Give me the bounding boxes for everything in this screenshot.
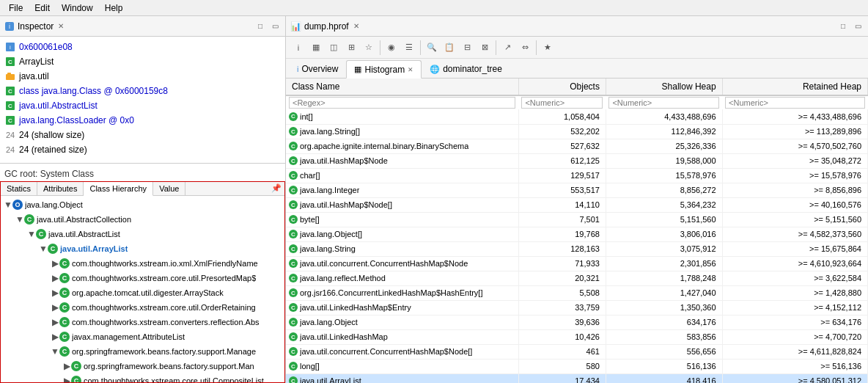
tree-abstractcollection[interactable]: ▼ C java.util.AbstractCollection xyxy=(1,212,284,227)
col-retained-heap[interactable]: Retained Heap xyxy=(722,79,867,95)
arrow-child-2[interactable]: ▶ xyxy=(51,288,59,298)
tb-close-btn2[interactable]: ⊠ xyxy=(477,40,493,56)
table-row[interactable]: Cjava.lang.String[]532,202112,846,392>= … xyxy=(286,124,868,139)
tree-arraylist[interactable]: ▼ C java.util.ArrayList xyxy=(1,241,284,256)
arrow-object[interactable]: ▼ xyxy=(4,200,12,210)
tb-bookmark-btn[interactable]: ★ xyxy=(540,40,556,56)
inspector-row-retained[interactable]: 24 24 (retained size) xyxy=(0,142,285,157)
filter-objects[interactable] xyxy=(518,95,606,109)
tab-dominator[interactable]: 🌐 dominator_tree xyxy=(422,60,510,78)
inspector-row-package[interactable]: java.util xyxy=(0,69,285,84)
tree-abstractlist[interactable]: ▼ C java.util.AbstractList xyxy=(1,227,284,241)
arrow-spring-1[interactable]: ▶ xyxy=(62,361,71,371)
tree-child-5[interactable]: ▶ C javax.management.AttributeList xyxy=(1,329,284,344)
tree-spring-1[interactable]: ▶ C org.springframework.beans.factory.su… xyxy=(1,359,284,373)
arrow-child-5[interactable]: ▶ xyxy=(51,332,59,342)
minimize-icon[interactable]: □ xyxy=(254,21,266,32)
table-row[interactable]: Cbyte[]7,5015,151,560>= 5,151,560 xyxy=(286,212,868,227)
table-row[interactable]: Cjava.lang.reflect.Method20,3211,788,248… xyxy=(286,271,868,285)
tb-copy-btn[interactable]: 📋 xyxy=(441,40,457,56)
tab-overview[interactable]: i Overview xyxy=(289,60,346,78)
tab-class-hierarchy[interactable]: Class Hierarchy xyxy=(84,182,153,196)
filter-objects-input[interactable] xyxy=(521,97,603,109)
tb-search-btn[interactable]: 🔍 xyxy=(424,40,440,56)
inspector-row-address[interactable]: i 0x600061e08 xyxy=(0,40,285,54)
filter-shallow[interactable] xyxy=(606,95,722,109)
inspector-row-classloader[interactable]: C java.lang.ClassLoader @ 0x0 xyxy=(0,113,285,128)
right-minimize-icon[interactable]: □ xyxy=(837,21,849,32)
tb-minus-btn[interactable]: ⊟ xyxy=(459,40,475,56)
tb-oql-btn[interactable]: ◉ xyxy=(383,40,400,56)
filter-retained[interactable] xyxy=(722,95,867,109)
maximize-icon[interactable]: ▭ xyxy=(269,21,281,32)
menu-file[interactable]: File xyxy=(3,1,29,15)
tree-child-2[interactable]: ▶ C org.apache.tomcat.util.digester.Arra… xyxy=(1,285,284,300)
tab-value[interactable]: Value xyxy=(153,182,185,195)
tb-compare-btn[interactable]: ⇔ xyxy=(517,40,533,56)
tree-spring-0[interactable]: ▼ C org.springframework.beans.factory.su… xyxy=(1,344,284,359)
tb-histogram-btn[interactable]: ▦ xyxy=(308,40,324,56)
tree-object[interactable]: ▼ O java.lang.Object xyxy=(1,197,284,212)
menu-help[interactable]: Help xyxy=(99,1,129,15)
col-objects[interactable]: Objects xyxy=(518,79,606,95)
table-row[interactable]: Cjava.lang.String128,1633,075,912>= 15,6… xyxy=(286,241,868,256)
tb-info-btn[interactable]: i xyxy=(290,40,306,56)
arrow-child-1[interactable]: ▶ xyxy=(51,273,59,283)
arrow-spring-0[interactable]: ▼ xyxy=(51,346,59,357)
arrow-child-0[interactable]: ▶ xyxy=(51,258,59,269)
arrow-child-4[interactable]: ▶ xyxy=(51,317,59,327)
inspector-row-shallow[interactable]: 24 24 (shallow size) xyxy=(0,128,285,142)
row-retained: >= 4,580,051,312 xyxy=(722,373,867,383)
menu-edit[interactable]: Edit xyxy=(29,1,56,15)
table-row[interactable]: Clong[]580516,136>= 516,136 xyxy=(286,359,868,373)
table-row[interactable]: Cjava.util.LinkedHashMap$Entry33,7591,35… xyxy=(286,300,868,315)
table-row[interactable]: Cjava.util.HashMap$Node612,12519,588,000… xyxy=(286,153,868,168)
filter-class-input[interactable] xyxy=(289,97,515,109)
table-row[interactable]: Cjava.lang.Object[]19,7683,806,016>= 4,5… xyxy=(286,227,868,241)
tb-list-btn[interactable]: ☰ xyxy=(401,40,417,56)
tab-histogram[interactable]: ▦ Histogram ✕ xyxy=(346,60,422,79)
right-close-icon[interactable]: ✕ xyxy=(353,22,359,30)
inspector-row-abstractlist[interactable]: C java.util.AbstractList xyxy=(0,98,285,113)
table-container[interactable]: Class Name Objects Shallow Heap Retained… xyxy=(286,79,868,383)
filter-class[interactable] xyxy=(286,95,518,109)
table-row[interactable]: Cjava.util.ArrayList17,434418,416>= 4,58… xyxy=(286,373,868,383)
tab-attributes[interactable]: Attributes xyxy=(37,182,84,195)
arrow-spring-2[interactable]: ▶ xyxy=(62,376,71,382)
table-row[interactable]: Cjava.util.concurrent.ConcurrentHashMap$… xyxy=(286,344,868,359)
arrow-abstractlist[interactable]: ▼ xyxy=(27,229,36,239)
close-icon[interactable]: ✕ xyxy=(58,22,64,30)
menu-window[interactable]: Window xyxy=(56,1,99,15)
arrow-arraylist[interactable]: ▼ xyxy=(39,244,48,254)
table-row[interactable]: Corg.jsr166.ConcurrentLinkedHashMap$Hash… xyxy=(286,285,868,300)
tree-child-1[interactable]: ▶ C com.thoughtworks.xstream.core.util.P… xyxy=(1,271,284,285)
table-row[interactable]: Cjava.util.HashMap$Node[]14,1105,364,232… xyxy=(286,197,868,212)
table-row[interactable]: Cjava.util.LinkedHashMap10,426583,856>= … xyxy=(286,329,868,344)
tree-spring-2[interactable]: ▶ C com.thoughtworks.xstream.core.util.C… xyxy=(1,373,284,382)
table-row[interactable]: Corg.apache.ignite.internal.binary.Binar… xyxy=(286,139,868,153)
tree-child-0[interactable]: ▶ C com.thoughtworks.xstream.io.xml.XmlF… xyxy=(1,256,284,271)
tb-threads-btn[interactable]: ⊞ xyxy=(343,40,359,56)
tree-child-3[interactable]: ▶ C com.thoughtworks.xstream.core.util.O… xyxy=(1,300,284,315)
col-class-name[interactable]: Class Name xyxy=(286,79,518,95)
pin-icon[interactable]: 📌 xyxy=(268,182,284,195)
col-shallow-heap[interactable]: Shallow Heap xyxy=(606,79,722,95)
table-row[interactable]: Cchar[]129,51715,578,976>= 15,578,976 xyxy=(286,168,868,183)
tree-child-4[interactable]: ▶ C com.thoughtworks.xstream.converters.… xyxy=(1,315,284,329)
right-maximize-icon[interactable]: ▭ xyxy=(852,21,864,32)
table-row[interactable]: Cint[]1,058,4044,433,488,696>= 4,433,488… xyxy=(286,109,868,124)
arrow-child-3[interactable]: ▶ xyxy=(51,302,59,313)
inspector-row-class-ref[interactable]: C class java.lang.Class @ 0x6000159c8 xyxy=(0,84,285,98)
inspector-row-arraylist[interactable]: C ArrayList xyxy=(0,54,285,69)
table-row[interactable]: Cjava.util.concurrent.ConcurrentHashMap$… xyxy=(286,256,868,271)
filter-retained-input[interactable] xyxy=(725,97,864,109)
filter-shallow-input[interactable] xyxy=(608,97,719,109)
table-row[interactable]: Cjava.lang.Object39,636634,176>= 634,176 xyxy=(286,315,868,329)
table-row[interactable]: Cjava.lang.Integer553,5178,856,272>= 8,8… xyxy=(286,183,868,197)
tab-statics[interactable]: Statics xyxy=(1,182,37,195)
tb-domtree-btn[interactable]: ◫ xyxy=(326,40,342,56)
arrow-abstractcollection[interactable]: ▼ xyxy=(15,214,24,225)
tab-histogram-close[interactable]: ✕ xyxy=(408,66,413,73)
tb-star-btn[interactable]: ☆ xyxy=(361,40,377,56)
tb-arrow-btn[interactable]: ↗ xyxy=(499,40,515,56)
